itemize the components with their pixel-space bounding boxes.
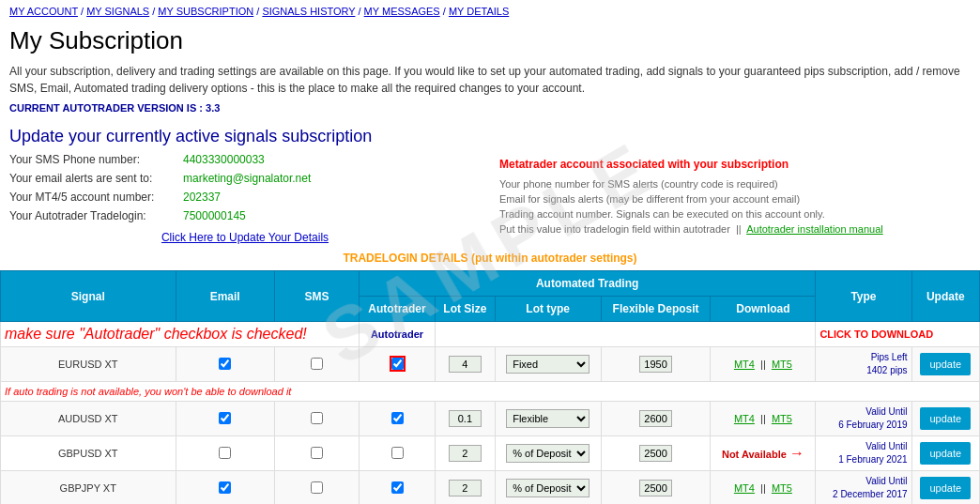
lot-type-cell[interactable]: Fixed Flexible % of Deposit	[495, 471, 601, 505]
lot-type-cell[interactable]: Fixed Flexible % of Deposit	[495, 436, 601, 471]
autotrader-manual-link[interactable]: Autotrader installation manual	[746, 223, 883, 235]
email-hint: Email for signals alerts (may be differe…	[499, 193, 971, 205]
lot-type-cell[interactable]: Fixed Flexible % of Deposit	[495, 402, 601, 436]
sms-checkbox[interactable]	[311, 447, 323, 459]
lot-size-cell[interactable]	[436, 347, 496, 382]
download-cell: Not Available →	[711, 436, 816, 471]
breadcrumb-my-subscription[interactable]: MY SUBSCRIPTION	[158, 6, 253, 17]
mt4-link[interactable]: MT4	[734, 482, 755, 494]
email-checkbox[interactable]	[219, 412, 231, 424]
sms-checkbox-cell[interactable]	[274, 402, 359, 436]
col-autotrader: Autotrader	[359, 297, 435, 322]
mt5-link[interactable]: MT5	[772, 359, 792, 370]
breadcrumb-my-signals[interactable]: MY SIGNALS	[86, 6, 149, 17]
account-details-right: Metatrader account associated with your …	[481, 150, 971, 250]
update-details-link[interactable]: Click Here to Update Your Details	[9, 225, 481, 250]
flexible-deposit-cell[interactable]	[601, 471, 711, 505]
sms-label: Your SMS Phone number:	[9, 153, 183, 166]
autotrader-checkbox[interactable]	[391, 412, 404, 424]
lot-type-cell[interactable]: Fixed Flexible % of Deposit	[495, 347, 601, 382]
email-value: marketing@signalator.net	[183, 172, 311, 185]
update-cell[interactable]: update	[911, 347, 979, 382]
autotrader-checkbox[interactable]	[391, 447, 404, 459]
email-checkbox-cell[interactable]	[176, 436, 274, 471]
lot-size-cell[interactable]	[436, 402, 496, 436]
breadcrumb-my-details[interactable]: MY DETAILS	[449, 6, 509, 17]
email-checkbox-cell[interactable]	[176, 347, 274, 382]
flexible-deposit-input[interactable]	[639, 445, 672, 462]
col-signal: Signal	[1, 271, 176, 322]
download-cell[interactable]: MT4 || MT5	[711, 347, 816, 382]
lot-size-cell[interactable]	[436, 436, 496, 471]
lot-type-select[interactable]: Fixed Flexible % of Deposit	[506, 409, 590, 428]
lot-size-input[interactable]	[449, 410, 482, 427]
sms-checkbox[interactable]	[311, 412, 323, 424]
update-cell[interactable]: update	[911, 402, 979, 436]
update-button[interactable]: update	[920, 442, 971, 465]
tradelogin-row: Your Autotrader Tradelogin: 7500000145	[9, 206, 481, 225]
breadcrumb-my-messages[interactable]: MY MESSAGES	[364, 6, 440, 17]
email-checkbox-cell[interactable]	[176, 402, 274, 436]
sms-row: Your SMS Phone number: 4403330000033	[9, 150, 481, 169]
type-cell: Valid Until2 December 2017	[816, 471, 911, 505]
col-type: Type	[816, 271, 911, 322]
update-cell[interactable]: update	[911, 436, 979, 471]
breadcrumb-my-account[interactable]: MY ACCOUNT	[9, 6, 78, 17]
email-checkbox[interactable]	[219, 481, 231, 494]
update-button[interactable]: update	[920, 353, 971, 375]
table-row: GBPUSD XT Fixed Flexible % of Deposit	[1, 436, 980, 471]
col-lot-type: Lot type	[495, 297, 601, 322]
update-cell[interactable]: update	[911, 471, 979, 505]
mt5-link[interactable]: MT5	[772, 482, 792, 494]
lot-size-input[interactable]	[449, 445, 482, 462]
lot-size-input[interactable]	[449, 480, 482, 496]
flexible-deposit-input[interactable]	[639, 480, 672, 496]
sms-value: 4403330000033	[183, 153, 265, 166]
sms-checkbox[interactable]	[311, 481, 323, 494]
lot-size-cell[interactable]	[436, 471, 496, 505]
lot-type-select[interactable]: Fixed Flexible % of Deposit	[506, 444, 590, 463]
update-button[interactable]: update	[920, 477, 971, 499]
flexible-deposit-cell[interactable]	[601, 347, 711, 382]
mt5-link[interactable]: MT5	[772, 413, 792, 424]
flexible-deposit-input[interactable]	[639, 410, 672, 427]
signal-name: EURUSD XT	[1, 347, 176, 382]
autotrader-checkbox[interactable]	[391, 481, 404, 494]
lot-type-select[interactable]: Fixed Flexible % of Deposit	[506, 479, 590, 497]
download-cell[interactable]: MT4 || MT5	[711, 471, 816, 505]
lot-type-select[interactable]: Fixed Flexible % of Deposit	[506, 355, 590, 374]
sms-checkbox-cell[interactable]	[274, 347, 359, 382]
mt-hint: Trading account number. Signals can be e…	[499, 208, 971, 220]
email-checkbox[interactable]	[219, 358, 231, 370]
breadcrumb-signals-history[interactable]: SIGNALS HISTORY	[262, 6, 355, 17]
sms-checkbox[interactable]	[311, 358, 323, 370]
sms-checkbox-cell[interactable]	[274, 471, 359, 505]
flexible-deposit-cell[interactable]	[601, 402, 711, 436]
click-download-note: CLICK TO DOWNLOAD	[819, 328, 933, 340]
tradelogin-note: TRADELOGIN DETAILS (put within autotrade…	[0, 250, 980, 268]
autotrader-checkbox-cell[interactable]	[359, 402, 435, 436]
flexible-deposit-input[interactable]	[639, 356, 672, 373]
autotrader-checkbox-cell[interactable]	[359, 347, 435, 382]
col-email: Email	[176, 271, 274, 322]
autotrader-checkbox-cell[interactable]	[359, 436, 435, 471]
mt4-link[interactable]: MT4	[734, 413, 755, 424]
email-checkbox[interactable]	[219, 447, 231, 459]
flexible-deposit-cell[interactable]	[601, 436, 711, 471]
col-lot-size: Lot Size	[436, 297, 496, 322]
metatrader-note: Metatrader account associated with your …	[499, 158, 971, 171]
lot-size-input[interactable]	[449, 356, 482, 373]
col-automated-trading: Automated Trading	[359, 271, 815, 297]
page-description: All your subscription, delivery and trad…	[0, 59, 980, 100]
email-checkbox-cell[interactable]	[176, 471, 274, 505]
autotrader-col-label: Autotrader	[371, 328, 423, 340]
update-button[interactable]: update	[920, 407, 971, 430]
autotrader-checkbox[interactable]	[391, 358, 404, 370]
table-row: EURUSD XT Fixed Flexible % of Deposit	[1, 347, 980, 382]
sms-checkbox-cell[interactable]	[274, 436, 359, 471]
download-cell[interactable]: MT4 || MT5	[711, 402, 816, 436]
sms-hint: Your phone number for SMS alerts (countr…	[499, 178, 971, 190]
type-cell: Valid Until6 February 2019	[816, 402, 911, 436]
mt4-link[interactable]: MT4	[734, 359, 755, 370]
autotrader-checkbox-cell[interactable]	[359, 471, 435, 505]
